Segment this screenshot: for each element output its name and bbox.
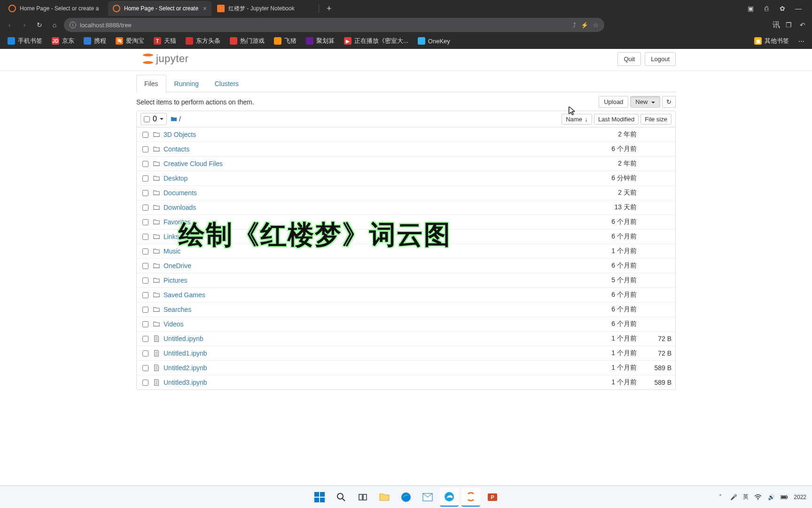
powerpoint-icon[interactable]: P [483, 488, 502, 507]
task-view-button[interactable] [353, 488, 372, 507]
sort-name-button[interactable]: Name ↓ [562, 114, 592, 125]
item-name-link[interactable]: Searches [164, 306, 191, 313]
row-checkbox[interactable] [142, 278, 148, 284]
reload-button[interactable]: ↻ [34, 19, 45, 31]
battery-icon[interactable] [781, 493, 788, 501]
bookmark-overflow[interactable]: ⋯ [795, 35, 808, 47]
wifi-icon[interactable] [754, 493, 762, 501]
back-button[interactable]: ‹ [4, 19, 15, 31]
row-checkbox[interactable] [142, 307, 148, 313]
favorite-icon[interactable]: ☆ [593, 22, 599, 29]
row-checkbox[interactable] [142, 248, 148, 254]
tab-files[interactable]: Files [136, 75, 166, 92]
explorer-icon[interactable] [375, 488, 394, 507]
new-tab-button[interactable]: + [322, 4, 336, 14]
other-bookmarks[interactable]: ▣ 其他书签 [750, 35, 793, 47]
start-button[interactable] [310, 488, 329, 507]
jupyter-app-icon[interactable] [461, 488, 480, 507]
minimize-icon[interactable]: ― [794, 4, 803, 13]
sort-size-button[interactable]: File size [640, 114, 671, 125]
item-name-link[interactable]: Untitled1.ipynb [164, 349, 207, 357]
bookmark-item[interactable]: 手机书签 [4, 35, 46, 47]
row-checkbox[interactable] [142, 321, 148, 327]
sort-modified-button[interactable]: Last Modified [594, 114, 639, 125]
share-icon[interactable]: ⤴ [573, 22, 576, 29]
row-checkbox[interactable] [142, 292, 148, 298]
bookmark-item[interactable]: T天猫 [150, 35, 180, 47]
printer-icon[interactable]: ⎙ [762, 4, 771, 13]
item-name-link[interactable]: 3D Objects [164, 131, 196, 138]
item-name-link[interactable]: Saved Games [164, 291, 205, 299]
edge-icon[interactable] [397, 488, 415, 507]
undo-icon[interactable]: ↶ [797, 19, 808, 31]
bookmark-item[interactable]: 携程 [80, 35, 110, 47]
bookmark-item[interactable]: 热门游戏 [226, 35, 268, 47]
tray-chevron-icon[interactable]: ˄ [717, 493, 724, 501]
bookmark-item[interactable]: JD京东 [48, 35, 78, 47]
jupyter-logo[interactable]: jupyter [142, 53, 189, 65]
item-name-link[interactable]: Links [164, 233, 179, 240]
select-all-checkbox[interactable] [144, 116, 150, 122]
select-all-group[interactable]: 0 [141, 113, 167, 125]
tab-running[interactable]: Running [166, 75, 207, 92]
volume-icon[interactable]: 🔊 [767, 493, 775, 501]
tab-clusters[interactable]: Clusters [207, 75, 247, 92]
bookmark-item[interactable]: ▶正在播放《密室大... [340, 35, 412, 47]
item-name-link[interactable]: Creative Cloud Files [164, 160, 223, 167]
upload-button[interactable]: Upload [599, 96, 628, 108]
row-checkbox[interactable] [142, 219, 148, 225]
row-checkbox[interactable] [142, 146, 148, 152]
puzzle-icon[interactable]: ❐ [783, 19, 794, 31]
item-name-link[interactable]: Untitled.ipynb [164, 335, 203, 342]
tab-2[interactable]: 红楼梦 - Jupyter Notebook [212, 1, 316, 16]
bookmark-item[interactable]: 淘爱淘宝 [112, 35, 148, 47]
row-checkbox[interactable] [142, 365, 148, 371]
item-name-link[interactable]: Videos [164, 320, 184, 328]
item-name-link[interactable]: OneDrive [164, 262, 191, 270]
ime-indicator[interactable]: 英 [743, 493, 749, 501]
new-button[interactable]: New [630, 96, 660, 108]
sidebar-icon[interactable]: ▣ [746, 4, 755, 13]
logout-button[interactable]: Logout [645, 52, 676, 66]
refresh-button[interactable]: ↻ [662, 96, 676, 108]
mail-icon[interactable] [418, 488, 437, 507]
home-button[interactable]: ⌂ [49, 19, 60, 31]
clock-year[interactable]: 2022 [794, 494, 806, 500]
item-name-link[interactable]: Favorites [164, 218, 191, 226]
tab-1[interactable]: Home Page - Select or create × [108, 1, 211, 16]
close-icon[interactable]: × [203, 5, 207, 12]
row-checkbox[interactable] [142, 190, 148, 196]
item-name-link[interactable]: Untitled2.ipynb [164, 364, 207, 372]
edge-legacy-icon[interactable] [440, 488, 459, 507]
item-name-link[interactable]: Pictures [164, 277, 187, 284]
item-name-link[interactable]: Untitled3.ipynb [164, 379, 207, 386]
row-checkbox[interactable] [142, 161, 148, 167]
bookmark-item[interactable]: 东方头条 [182, 35, 224, 47]
row-checkbox[interactable] [142, 205, 148, 211]
extension-badge[interactable]: 讯 [773, 20, 780, 30]
tab-0[interactable]: Home Page - Select or create a [4, 1, 107, 16]
row-checkbox[interactable] [142, 263, 148, 269]
item-name-link[interactable]: Desktop [164, 175, 187, 182]
bookmark-item[interactable]: 聚划算 [302, 35, 338, 47]
extensions-icon[interactable]: ✿ [778, 4, 787, 13]
row-checkbox[interactable] [142, 380, 148, 386]
address-bar[interactable]: i localhost:8888/tree ⤴ ⚡ ☆ [64, 18, 604, 32]
row-checkbox[interactable] [142, 350, 148, 357]
bookmark-item[interactable]: 飞猪 [270, 35, 300, 47]
site-info-icon[interactable]: i [70, 22, 76, 28]
breadcrumb[interactable]: / [171, 115, 181, 123]
item-name-link[interactable]: Music [164, 247, 181, 255]
row-checkbox[interactable] [142, 336, 148, 342]
bookmark-item[interactable]: OneKey [414, 35, 454, 47]
item-name-link[interactable]: Downloads [164, 204, 196, 211]
quit-button[interactable]: Quit [617, 52, 641, 66]
item-name-link[interactable]: Documents [164, 189, 197, 197]
row-checkbox[interactable] [142, 234, 148, 240]
forward-button[interactable]: › [19, 19, 30, 31]
row-checkbox[interactable] [142, 175, 148, 182]
mic-icon[interactable]: 🎤 [730, 493, 737, 501]
row-checkbox[interactable] [142, 132, 148, 138]
item-name-link[interactable]: Contacts [164, 145, 189, 153]
bolt-icon[interactable]: ⚡ [581, 22, 588, 29]
